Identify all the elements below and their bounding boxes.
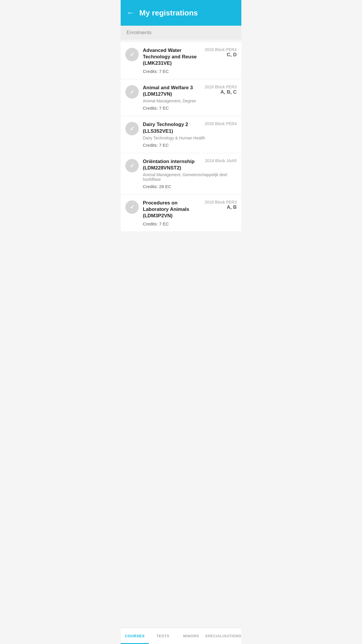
content-area: Enrolments ✓ Advanced Water Technology a…	[121, 26, 241, 249]
course-period: 2018 Block PER3 A, B	[205, 200, 237, 210]
checkmark-icon: ✓	[130, 204, 135, 211]
course-period-year: 2018 Block JAAR	[205, 158, 237, 163]
course-credits: Credits: 28 EC	[143, 184, 237, 189]
course-title: Oriëntation internship (LDM228VNST2)	[143, 158, 203, 171]
course-top: Procedures on Laboratory Animals (LDM3P2…	[143, 200, 237, 219]
course-title: Animal and Welfare 3 (LDM127VN)	[143, 85, 202, 97]
checkmark-icon: ✓	[130, 51, 135, 58]
checkmark-icon: ✓	[130, 125, 135, 132]
checkmark-icon: ✓	[130, 162, 135, 169]
course-icon: ✓	[125, 159, 139, 172]
course-period-blocks: A, B, C	[205, 89, 237, 95]
course-item[interactable]: ✓ Dairy Technology 2 (LLS352VE1) 2018 Bl…	[121, 116, 241, 153]
course-credits: Credits: 7 EC	[143, 143, 237, 148]
course-credits: Credits: 7 EC	[143, 221, 237, 226]
course-subtitle: Animal Management, Degree	[143, 99, 237, 103]
checkmark-icon: ✓	[130, 88, 135, 95]
course-content: Dairy Technology 2 (LLS352VE1) 2018 Bloc…	[143, 121, 237, 147]
course-credits: Credits: 7 EC	[143, 69, 237, 74]
course-icon: ✓	[125, 48, 139, 61]
course-icon: ✓	[125, 122, 139, 135]
course-content: Oriëntation internship (LDM228VNST2) 201…	[143, 158, 237, 189]
course-subtitle: Dairy Technology & Human Health	[143, 136, 237, 140]
enrolments-bar: Enrolments	[121, 26, 241, 40]
course-title: Dairy Technology 2 (LLS352VE1)	[143, 121, 202, 134]
course-item[interactable]: ✓ Advanced Water Technology and Reuse (L…	[121, 42, 241, 79]
course-period: 2018 Block JAAR	[205, 158, 237, 163]
course-icon: ✓	[125, 85, 139, 99]
course-item[interactable]: ✓ Oriëntation internship (LDM228VNST2) 2…	[121, 153, 241, 195]
course-list: ✓ Advanced Water Technology and Reuse (L…	[121, 42, 241, 232]
course-credits: Credits: 7 EC	[143, 106, 237, 111]
course-subtitle: Animal Management, Gemeenschappelijk dee…	[143, 172, 237, 182]
course-period: 2018 Block PER4	[205, 121, 237, 126]
course-icon: ✓	[125, 200, 139, 214]
enrolments-label: Enrolments	[126, 30, 152, 35]
course-period-year: 2018 Block PER4	[205, 121, 237, 126]
course-content: Animal and Welfare 3 (LDM127VN) 2018 Blo…	[143, 85, 237, 111]
course-period: 2018 Block PER3 A, B, C	[205, 85, 237, 95]
course-period-year: 2018 Block PER4	[205, 47, 237, 52]
course-top: Dairy Technology 2 (LLS352VE1) 2018 Bloc…	[143, 121, 237, 134]
course-top: Oriëntation internship (LDM228VNST2) 201…	[143, 158, 237, 171]
course-period-year: 2018 Block PER3	[205, 200, 237, 204]
course-title: Advanced Water Technology and Reuse (LMK…	[143, 47, 202, 66]
course-content: Advanced Water Technology and Reuse (LMK…	[143, 47, 237, 74]
course-period-year: 2018 Block PER3	[205, 85, 237, 89]
course-period-blocks: C, D	[205, 52, 237, 58]
page-title: My registrations	[139, 8, 198, 18]
header: ← My registrations	[121, 0, 241, 26]
course-top: Animal and Welfare 3 (LDM127VN) 2018 Blo…	[143, 85, 237, 97]
course-period-blocks: A, B	[205, 204, 237, 210]
course-period: 2018 Block PER4 C, D	[205, 47, 237, 58]
course-top: Advanced Water Technology and Reuse (LMK…	[143, 47, 237, 66]
course-title: Procedures on Laboratory Animals (LDM3P2…	[143, 200, 202, 219]
course-item[interactable]: ✓ Procedures on Laboratory Animals (LDM3…	[121, 195, 241, 232]
course-content: Procedures on Laboratory Animals (LDM3P2…	[143, 200, 237, 226]
course-item[interactable]: ✓ Animal and Welfare 3 (LDM127VN) 2018 B…	[121, 79, 241, 116]
back-button[interactable]: ←	[126, 9, 135, 17]
